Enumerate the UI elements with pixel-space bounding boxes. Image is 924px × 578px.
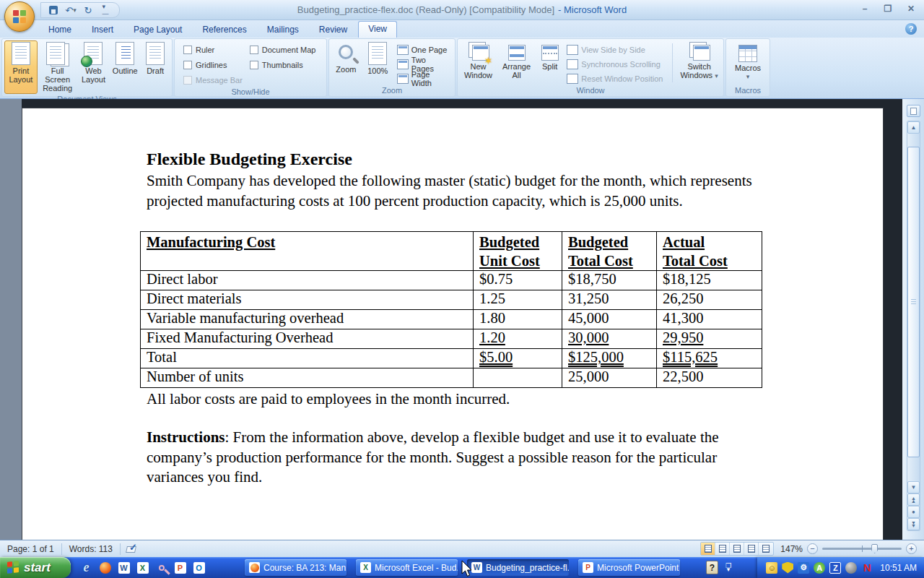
undo-button[interactable]: ↶▾ (64, 4, 77, 16)
tab-references[interactable]: References (193, 22, 256, 38)
document-map-checkbox[interactable]: Document Map (250, 43, 316, 56)
globe-icon (81, 56, 92, 67)
redo-button[interactable]: ↻ (82, 4, 95, 16)
outlook-icon[interactable]: O (192, 561, 206, 574)
key-icon[interactable] (154, 561, 168, 574)
zoom-100-button[interactable]: 100% (364, 40, 392, 85)
previous-page-button[interactable]: ▲▲ (907, 493, 920, 506)
web-layout-mini-icon (733, 545, 741, 553)
zoom-slider-thumb[interactable] (871, 544, 878, 553)
ruler-checkbox[interactable]: Ruler (183, 43, 243, 56)
minimize-button[interactable]: – (858, 3, 872, 14)
table-row: Fixed Manufacturing Overhead 1.20 30,000… (141, 329, 762, 349)
reset-position-icon (567, 74, 578, 84)
page-count[interactable]: Page: 1 of 1 (0, 544, 61, 554)
office-button[interactable] (4, 1, 35, 32)
shield-icon[interactable] (782, 562, 793, 574)
tab-insert[interactable]: Insert (82, 22, 123, 38)
task-excel[interactable]: X Microsoft Excel - Bud... (356, 559, 458, 576)
one-page-icon (397, 45, 409, 55)
thumbnails-checkbox[interactable]: Thumbnails (250, 59, 316, 72)
note-paragraph: All labor costs are paid to employees in… (147, 389, 762, 409)
outline-button[interactable]: Outline (109, 40, 141, 94)
orb-icon[interactable] (845, 562, 857, 574)
tab-mailings[interactable]: Mailings (258, 22, 308, 38)
internet-explorer-icon[interactable]: e (79, 561, 93, 574)
zoom-level[interactable]: 147% (778, 544, 803, 554)
firefox-icon (249, 562, 260, 573)
firefox-icon[interactable] (98, 561, 112, 574)
tab-review[interactable]: Review (310, 22, 357, 38)
group-window: ✶ New Window Arrange All Split View Side… (457, 38, 724, 97)
qat-customize-button[interactable]: ▾— (99, 4, 112, 16)
switch-windows-icon (693, 45, 710, 61)
help-icon[interactable]: ? (905, 23, 917, 35)
ruler-toggle-button[interactable] (907, 105, 920, 117)
macros-button[interactable]: Macros ▾ (729, 40, 767, 85)
scroll-thumb[interactable] (907, 147, 920, 457)
restore-button[interactable]: ❐ (881, 3, 895, 14)
vertical-scrollbar[interactable]: ▲ ▼ ▲▲ ● ▼▼ (907, 121, 920, 531)
quick-access-toolbar: ↶▾ ↻ ▾— (40, 2, 120, 18)
tab-home[interactable]: Home (39, 22, 81, 38)
switch-windows-button[interactable]: Switch Windows ▾ (677, 40, 721, 85)
novell-icon[interactable]: N (861, 562, 873, 574)
document-title: Budgeting_practice-flex.doc (Read-Only) … (297, 4, 554, 15)
browse-object-icon: ● (912, 509, 915, 515)
task-powerpoint[interactable]: P Microsoft PowerPoint ... (578, 559, 680, 576)
z-badge-icon[interactable]: Z (829, 562, 841, 574)
view-outline-button[interactable] (744, 543, 759, 555)
double-arrow-down-icon: ▼▼ (911, 522, 916, 527)
task-word-active[interactable]: W Budgeting_practice-fl... (467, 559, 569, 576)
view-print-layout-button[interactable] (701, 543, 715, 555)
tool-icon[interactable]: ⚙ (798, 562, 809, 574)
save-icon (49, 6, 58, 14)
close-button[interactable]: ✕ (904, 3, 918, 14)
split-button[interactable]: Split (536, 40, 563, 85)
arrange-all-button[interactable]: Arrange All (498, 40, 535, 85)
scroll-up-button[interactable]: ▲ (907, 121, 920, 134)
chevron-down-icon: ▾ (715, 72, 718, 79)
task-buttons: Course: BA 213: Man... X Microsoft Excel… (213, 559, 680, 576)
collapse-tray-icon[interactable]: ❒▾ (725, 564, 731, 571)
next-page-button[interactable]: ▼▼ (907, 518, 920, 530)
word-icon[interactable]: W (117, 561, 131, 574)
save-button[interactable] (47, 4, 60, 16)
start-button[interactable]: start (0, 557, 71, 578)
task-firefox-course[interactable]: Course: BA 213: Man... (245, 559, 346, 576)
help-tool-icon[interactable]: ? (706, 561, 718, 574)
two-pages-button[interactable]: Two Pages (395, 57, 453, 71)
zoom-slider[interactable] (822, 548, 902, 550)
view-full-screen-button[interactable] (715, 543, 730, 555)
new-window-button[interactable]: ✶ New Window (460, 40, 497, 85)
tab-page-layout[interactable]: Page Layout (124, 22, 191, 38)
one-page-button[interactable]: One Page (395, 43, 453, 56)
zoom-in-button[interactable]: + (906, 543, 917, 554)
col-header: Budgeted (479, 233, 539, 251)
tab-view[interactable]: View (358, 21, 397, 38)
zoom-button[interactable]: Zoom (331, 40, 361, 85)
excel-icon[interactable]: X (136, 561, 149, 574)
view-web-layout-button[interactable] (730, 543, 744, 555)
messenger-icon[interactable]: ☺ (766, 562, 777, 574)
scroll-down-button[interactable]: ▼ (907, 481, 920, 493)
word-count[interactable]: Words: 113 (62, 544, 120, 554)
zoom-out-button[interactable]: − (807, 543, 818, 554)
powerpoint-icon[interactable]: P (173, 561, 187, 574)
clock[interactable]: 10:51 AM (877, 563, 917, 573)
document-page[interactable]: Flexible Budgeting Exercise Smith Compan… (22, 108, 884, 540)
scroll-track[interactable] (907, 134, 920, 481)
select-browse-object-button[interactable]: ● (907, 506, 920, 518)
proofing-status-icon[interactable]: ✓ (126, 544, 138, 554)
chevron-down-icon: ▾ (73, 7, 77, 14)
web-layout-button[interactable]: Web Layout (78, 40, 110, 94)
draft-button[interactable]: Draft (141, 40, 170, 94)
view-draft-button[interactable] (759, 543, 773, 555)
full-screen-reading-button[interactable]: Full Screen Reading (38, 40, 78, 94)
outline-mini-icon (748, 545, 755, 553)
page-width-button[interactable]: Page Width (395, 72, 453, 85)
print-layout-button[interactable]: Print Layout (4, 40, 38, 94)
group-document-views: Print Layout Full Screen Reading Web Lay… (1, 38, 173, 97)
gridlines-checkbox[interactable]: Gridlines (183, 59, 243, 72)
a-badge-icon[interactable]: A (814, 562, 825, 574)
